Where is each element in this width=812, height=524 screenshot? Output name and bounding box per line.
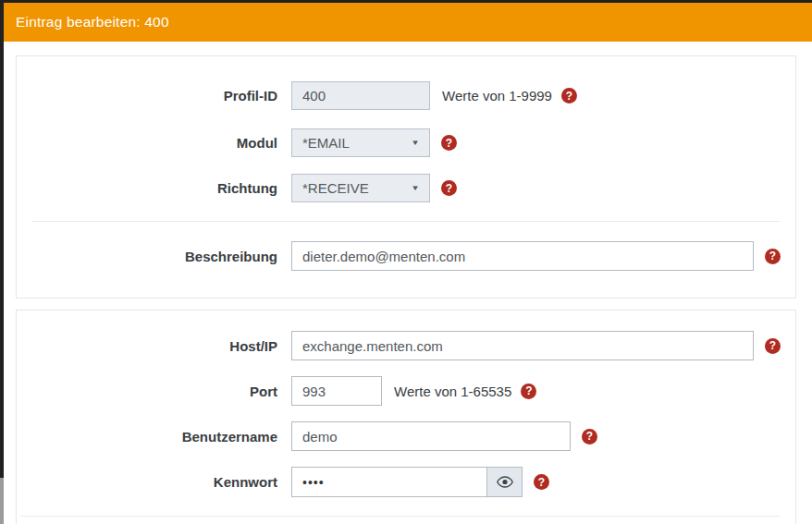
profile-section-panel: Profil-ID Werte von 1-9999 ? Modul *EMAI… <box>16 55 796 299</box>
profil-id-input[interactable] <box>291 81 430 110</box>
port-input[interactable] <box>291 376 382 406</box>
toggle-password-visibility-button[interactable] <box>486 468 522 496</box>
host-ip-input[interactable] <box>291 331 754 360</box>
form-area: Profil-ID Werte von 1-9999 ? Modul *EMAI… <box>4 42 812 524</box>
help-icon[interactable]: ? <box>765 249 781 264</box>
richtung-row: Richtung *RECEIVE ▼ ? <box>31 174 781 202</box>
chevron-down-icon: ▼ <box>411 184 420 192</box>
benutzername-label: Benutzername <box>31 429 277 445</box>
profil-id-hint: Werte von 1-9999 <box>442 88 552 104</box>
chevron-down-icon: ▼ <box>411 139 420 147</box>
connection-section-panel: Host/IP ? Port Werte von 1-65535 ? Benut… <box>16 310 796 524</box>
profil-id-label: Profil-ID <box>31 88 277 104</box>
port-label: Port <box>31 384 277 399</box>
section-divider <box>31 221 781 222</box>
beschreibung-input[interactable] <box>291 241 754 271</box>
collapsed-sidebar-edge <box>0 0 4 524</box>
help-icon[interactable]: ? <box>582 429 597 445</box>
richtung-label: Richtung <box>31 180 277 196</box>
help-icon[interactable]: ? <box>765 338 781 354</box>
kennwort-input-group <box>291 467 523 497</box>
richtung-selected-value: *RECEIVE <box>302 180 369 196</box>
section-divider <box>20 516 781 517</box>
port-row: Port Werte von 1-65535 ? <box>31 376 781 406</box>
kennwort-label: Kennwort <box>31 474 277 490</box>
kennwort-input[interactable] <box>292 468 486 496</box>
host-ip-label: Host/IP <box>31 338 277 354</box>
help-icon[interactable]: ? <box>441 180 457 196</box>
help-icon[interactable]: ? <box>534 474 549 490</box>
kennwort-row: Kennwort ? <box>31 467 781 497</box>
beschreibung-label: Beschreibung <box>31 249 277 264</box>
host-ip-row: Host/IP ? <box>31 331 781 360</box>
beschreibung-row: Beschreibung ? <box>31 241 781 271</box>
benutzername-input[interactable] <box>291 421 571 451</box>
modul-label: Modul <box>31 135 277 151</box>
benutzername-row: Benutzername ? <box>31 421 781 451</box>
profil-id-row: Profil-ID Werte von 1-9999 ? <box>31 81 781 110</box>
modul-selected-value: *EMAIL <box>302 135 350 151</box>
help-icon[interactable]: ? <box>561 88 577 104</box>
page-header: Eintrag bearbeiten: 400 <box>4 3 812 42</box>
page-title: Eintrag bearbeiten: 400 <box>16 14 169 30</box>
modul-select[interactable]: *EMAIL ▼ <box>291 128 430 157</box>
help-icon[interactable]: ? <box>441 135 457 151</box>
modul-row: Modul *EMAIL ▼ ? <box>31 128 781 157</box>
port-hint: Werte von 1-65535 <box>394 384 511 399</box>
richtung-select[interactable]: *RECEIVE ▼ <box>291 174 430 202</box>
help-icon[interactable]: ? <box>521 384 536 399</box>
eye-icon <box>497 476 513 488</box>
scrollbar-thumb[interactable] <box>0 478 4 524</box>
